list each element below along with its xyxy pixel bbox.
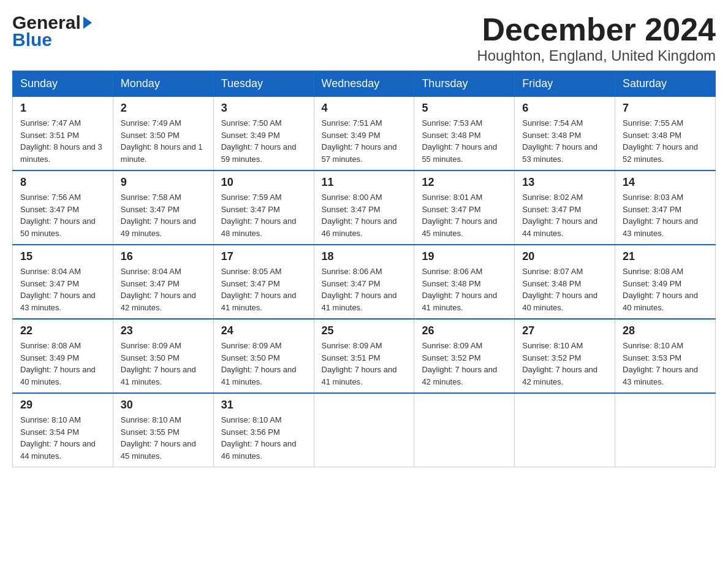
day-number: 6 — [522, 102, 607, 115]
table-row: 23 Sunrise: 8:09 AMSunset: 3:50 PMDaylig… — [113, 319, 213, 393]
day-info: Sunrise: 8:01 AMSunset: 3:47 PMDaylight:… — [422, 193, 497, 238]
day-info: Sunrise: 8:09 AMSunset: 3:50 PMDaylight:… — [221, 341, 297, 386]
table-row: 17 Sunrise: 8:05 AMSunset: 3:47 PMDaylig… — [213, 245, 314, 319]
day-number: 13 — [522, 176, 607, 189]
day-info: Sunrise: 8:10 AMSunset: 3:55 PMDaylight:… — [121, 415, 196, 461]
day-info: Sunrise: 8:09 AMSunset: 3:51 PMDaylight:… — [322, 341, 397, 386]
day-number: 21 — [623, 250, 708, 263]
table-row — [314, 393, 414, 467]
col-tuesday: Tuesday — [213, 71, 314, 97]
day-number: 16 — [121, 250, 206, 263]
day-info: Sunrise: 7:54 AMSunset: 3:48 PMDaylight:… — [522, 118, 597, 164]
day-number: 14 — [623, 176, 708, 189]
day-number: 2 — [121, 102, 206, 115]
table-row: 19 Sunrise: 8:06 AMSunset: 3:48 PMDaylig… — [414, 245, 515, 319]
day-info: Sunrise: 8:07 AMSunset: 3:48 PMDaylight:… — [522, 267, 597, 312]
table-row: 26 Sunrise: 8:09 AMSunset: 3:52 PMDaylig… — [414, 319, 515, 393]
day-info: Sunrise: 7:47 AMSunset: 3:51 PMDaylight:… — [20, 118, 102, 164]
table-row: 1 Sunrise: 7:47 AMSunset: 3:51 PMDayligh… — [13, 97, 113, 171]
day-info: Sunrise: 8:09 AMSunset: 3:50 PMDaylight:… — [121, 341, 196, 386]
col-monday: Monday — [113, 71, 213, 97]
calendar-week-row: 22 Sunrise: 8:08 AMSunset: 3:49 PMDaylig… — [13, 319, 716, 393]
table-row: 12 Sunrise: 8:01 AMSunset: 3:47 PMDaylig… — [414, 170, 515, 245]
page-title: December 2024 — [477, 12, 716, 47]
day-info: Sunrise: 7:59 AMSunset: 3:47 PMDaylight:… — [221, 193, 297, 238]
day-number: 9 — [121, 176, 206, 189]
day-number: 15 — [20, 250, 105, 263]
table-row: 28 Sunrise: 8:10 AMSunset: 3:53 PMDaylig… — [615, 319, 716, 393]
table-row: 16 Sunrise: 8:04 AMSunset: 3:47 PMDaylig… — [113, 245, 213, 319]
day-number: 20 — [522, 250, 607, 263]
col-thursday: Thursday — [414, 71, 515, 97]
day-number: 4 — [322, 102, 407, 115]
table-row: 4 Sunrise: 7:51 AMSunset: 3:49 PMDayligh… — [314, 97, 414, 171]
calendar-table: Sunday Monday Tuesday Wednesday Thursday… — [12, 71, 716, 467]
table-row: 21 Sunrise: 8:08 AMSunset: 3:49 PMDaylig… — [615, 245, 716, 319]
day-number: 8 — [20, 176, 105, 189]
table-row: 14 Sunrise: 8:03 AMSunset: 3:47 PMDaylig… — [615, 170, 716, 245]
day-number: 29 — [20, 399, 105, 412]
calendar-header-row: Sunday Monday Tuesday Wednesday Thursday… — [13, 71, 716, 97]
calendar-week-row: 1 Sunrise: 7:47 AMSunset: 3:51 PMDayligh… — [13, 97, 716, 171]
day-info: Sunrise: 7:56 AMSunset: 3:47 PMDaylight:… — [20, 193, 96, 238]
day-number: 11 — [322, 176, 407, 189]
table-row: 24 Sunrise: 8:09 AMSunset: 3:50 PMDaylig… — [213, 319, 314, 393]
day-info: Sunrise: 8:02 AMSunset: 3:47 PMDaylight:… — [522, 193, 597, 238]
day-number: 27 — [522, 324, 607, 337]
table-row — [414, 393, 515, 467]
day-info: Sunrise: 7:53 AMSunset: 3:48 PMDaylight:… — [422, 118, 497, 164]
day-info: Sunrise: 8:10 AMSunset: 3:52 PMDaylight:… — [522, 341, 597, 386]
table-row: 13 Sunrise: 8:02 AMSunset: 3:47 PMDaylig… — [515, 170, 615, 245]
logo-text-blue: Blue — [12, 29, 52, 50]
calendar-week-row: 15 Sunrise: 8:04 AMSunset: 3:47 PMDaylig… — [13, 245, 716, 319]
table-row: 31 Sunrise: 8:10 AMSunset: 3:56 PMDaylig… — [213, 393, 314, 467]
table-row: 5 Sunrise: 7:53 AMSunset: 3:48 PMDayligh… — [414, 97, 515, 171]
day-number: 25 — [322, 324, 407, 337]
table-row: 20 Sunrise: 8:07 AMSunset: 3:48 PMDaylig… — [515, 245, 615, 319]
day-number: 12 — [422, 176, 507, 189]
table-row: 3 Sunrise: 7:50 AMSunset: 3:49 PMDayligh… — [213, 97, 314, 171]
day-number: 30 — [121, 399, 206, 412]
page-header: General Blue December 2024 Houghton, Eng… — [12, 12, 716, 64]
day-number: 7 — [623, 102, 708, 115]
day-info: Sunrise: 8:08 AMSunset: 3:49 PMDaylight:… — [20, 341, 96, 386]
table-row: 18 Sunrise: 8:06 AMSunset: 3:47 PMDaylig… — [314, 245, 414, 319]
table-row: 2 Sunrise: 7:49 AMSunset: 3:50 PMDayligh… — [113, 97, 213, 171]
day-number: 18 — [322, 250, 407, 263]
day-info: Sunrise: 7:55 AMSunset: 3:48 PMDaylight:… — [623, 118, 698, 164]
day-info: Sunrise: 8:06 AMSunset: 3:48 PMDaylight:… — [422, 267, 497, 312]
table-row: 29 Sunrise: 8:10 AMSunset: 3:54 PMDaylig… — [13, 393, 113, 467]
col-wednesday: Wednesday — [314, 71, 414, 97]
table-row: 27 Sunrise: 8:10 AMSunset: 3:52 PMDaylig… — [515, 319, 615, 393]
day-number: 23 — [121, 324, 206, 337]
table-row: 10 Sunrise: 7:59 AMSunset: 3:47 PMDaylig… — [213, 170, 314, 245]
day-info: Sunrise: 8:03 AMSunset: 3:47 PMDaylight:… — [623, 193, 698, 238]
day-info: Sunrise: 8:08 AMSunset: 3:49 PMDaylight:… — [623, 267, 698, 312]
logo-arrow-icon — [83, 17, 92, 29]
table-row — [515, 393, 615, 467]
page-subtitle: Houghton, England, United Kingdom — [477, 47, 716, 64]
col-sunday: Sunday — [13, 71, 113, 97]
table-row: 25 Sunrise: 8:09 AMSunset: 3:51 PMDaylig… — [314, 319, 414, 393]
table-row: 22 Sunrise: 8:08 AMSunset: 3:49 PMDaylig… — [13, 319, 113, 393]
day-info: Sunrise: 8:00 AMSunset: 3:47 PMDaylight:… — [322, 193, 397, 238]
table-row: 7 Sunrise: 7:55 AMSunset: 3:48 PMDayligh… — [615, 97, 716, 171]
day-number: 1 — [20, 102, 105, 115]
day-info: Sunrise: 8:10 AMSunset: 3:54 PMDaylight:… — [20, 415, 96, 461]
day-number: 19 — [422, 250, 507, 263]
table-row — [615, 393, 716, 467]
day-info: Sunrise: 7:58 AMSunset: 3:47 PMDaylight:… — [121, 193, 196, 238]
day-info: Sunrise: 7:49 AMSunset: 3:50 PMDaylight:… — [121, 118, 203, 164]
day-number: 17 — [221, 250, 306, 263]
day-number: 5 — [422, 102, 507, 115]
day-info: Sunrise: 8:06 AMSunset: 3:47 PMDaylight:… — [322, 267, 397, 312]
day-info: Sunrise: 8:10 AMSunset: 3:53 PMDaylight:… — [623, 341, 698, 386]
table-row: 30 Sunrise: 8:10 AMSunset: 3:55 PMDaylig… — [113, 393, 213, 467]
day-number: 24 — [221, 324, 306, 337]
logo: General Blue — [12, 12, 92, 50]
day-number: 3 — [221, 102, 306, 115]
day-number: 26 — [422, 324, 507, 337]
table-row: 11 Sunrise: 8:00 AMSunset: 3:47 PMDaylig… — [314, 170, 414, 245]
title-block: December 2024 Houghton, England, United … — [477, 12, 716, 64]
table-row: 6 Sunrise: 7:54 AMSunset: 3:48 PMDayligh… — [515, 97, 615, 171]
